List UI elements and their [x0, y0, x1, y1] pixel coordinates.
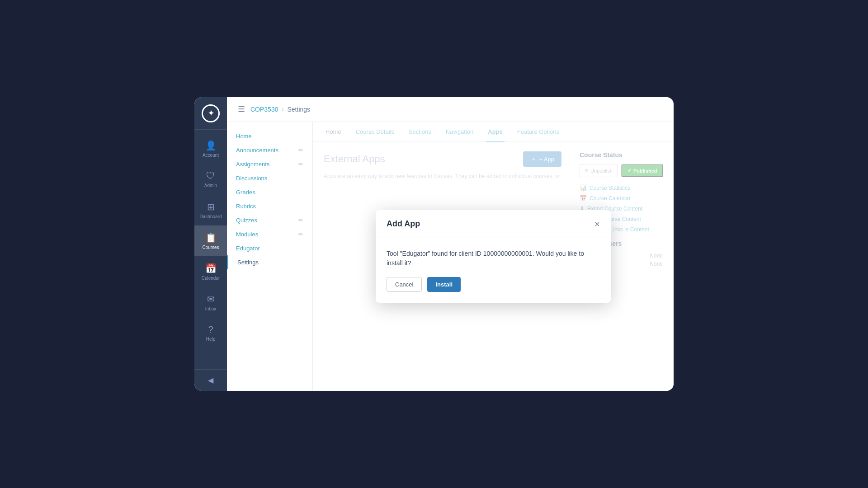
sidebar-item-help[interactable]: ? Help [194, 318, 227, 348]
left-nav: Home Announcements ✏ Assignments ✏ Discu… [227, 122, 313, 391]
left-nav-home[interactable]: Home [227, 129, 312, 143]
quizzes-edit-icon: ✏ [298, 217, 303, 224]
sidebar-label-help: Help [206, 337, 216, 342]
sidebar-item-admin[interactable]: 🛡 Admin [194, 164, 227, 195]
calendar-icon: 📅 [205, 263, 217, 274]
breadcrumb-separator: › [282, 106, 283, 113]
sidebar-item-dashboard[interactable]: ⊞ Dashboard [194, 195, 227, 225]
sidebar-nav: 👤 Account 🛡 Admin ⊞ Dashboard 📋 Courses … [194, 130, 227, 369]
add-app-dialog: Add App × Tool "Edugator" found for clie… [376, 210, 611, 303]
dashboard-icon: ⊞ [207, 202, 215, 212]
left-nav-home-label: Home [236, 133, 252, 140]
left-nav-discussions[interactable]: Discussions [227, 171, 312, 185]
sidebar-logo: ✦ [194, 97, 227, 130]
left-nav-quizzes[interactable]: Quizzes ✏ [227, 213, 312, 227]
dialog-title: Add App [387, 219, 420, 229]
left-nav-quizzes-label: Quizzes [236, 217, 257, 224]
dialog-body: Tool "Edugator" found for client ID 1000… [376, 238, 611, 303]
left-nav-announcements-label: Announcements [236, 147, 278, 154]
sidebar-collapse-button[interactable]: ◀ [194, 369, 227, 391]
left-nav-assignments[interactable]: Assignments ✏ [227, 157, 312, 171]
left-nav-settings-label: Settings [237, 259, 259, 266]
left-nav-settings[interactable]: Settings [227, 255, 312, 269]
sidebar-label-admin: Admin [204, 183, 217, 188]
sidebar-label-dashboard: Dashboard [200, 214, 222, 219]
left-nav-rubrics-label: Rubrics [236, 203, 256, 210]
left-nav-discussions-label: Discussions [236, 175, 267, 182]
topbar: ☰ COP3530 › Settings [227, 97, 674, 122]
collapse-icon: ◀ [208, 376, 213, 385]
account-icon: 👤 [205, 140, 217, 151]
left-nav-assignments-label: Assignments [236, 161, 269, 168]
content-area: ☰ COP3530 › Settings Home Announcements … [227, 97, 674, 391]
sidebar: ✦ 👤 Account 🛡 Admin ⊞ Dashboard 📋 Course… [194, 97, 227, 391]
modules-edit-icon: ✏ [298, 231, 303, 238]
sidebar-item-inbox[interactable]: ✉ Inbox [194, 287, 227, 318]
left-nav-edugator[interactable]: Edugator [227, 241, 312, 255]
admin-icon: 🛡 [206, 171, 215, 181]
sidebar-label-inbox: Inbox [205, 306, 216, 311]
sidebar-item-courses[interactable]: 📋 Courses [194, 225, 227, 256]
menu-icon[interactable]: ☰ [238, 104, 245, 114]
breadcrumb: COP3530 › Settings [250, 106, 310, 113]
breadcrumb-course-link[interactable]: COP3530 [250, 106, 278, 113]
install-button[interactable]: Install [427, 277, 461, 292]
dialog-header: Add App × [376, 210, 611, 238]
left-nav-rubrics[interactable]: Rubrics [227, 199, 312, 213]
sidebar-item-calendar[interactable]: 📅 Calendar [194, 256, 227, 287]
main-layout: Home Announcements ✏ Assignments ✏ Discu… [227, 122, 674, 391]
inbox-icon: ✉ [207, 294, 215, 305]
dialog-close-button[interactable]: × [594, 220, 600, 229]
courses-icon: 📋 [205, 232, 217, 243]
left-nav-grades-label: Grades [236, 189, 255, 196]
announcements-edit-icon: ✏ [298, 147, 303, 154]
cancel-button[interactable]: Cancel [387, 277, 422, 292]
left-nav-grades[interactable]: Grades [227, 185, 312, 199]
sidebar-item-account[interactable]: 👤 Account [194, 133, 227, 164]
page-content: Home Course Details Sections Navigation … [313, 122, 674, 391]
logo-icon: ✦ [202, 104, 220, 122]
left-nav-announcements[interactable]: Announcements ✏ [227, 143, 312, 157]
left-nav-modules[interactable]: Modules ✏ [227, 227, 312, 241]
sidebar-label-courses: Courses [202, 245, 219, 250]
dialog-actions: Cancel Install [387, 277, 600, 292]
sidebar-label-calendar: Calendar [202, 276, 220, 281]
dialog-backdrop: Add App × Tool "Edugator" found for clie… [313, 122, 674, 391]
dialog-message: Tool "Edugator" found for client ID 1000… [387, 249, 600, 268]
assignments-edit-icon: ✏ [298, 161, 303, 168]
sidebar-label-account: Account [203, 153, 219, 158]
left-nav-modules-label: Modules [236, 231, 258, 238]
help-icon: ? [208, 324, 213, 335]
main-window: ✦ 👤 Account 🛡 Admin ⊞ Dashboard 📋 Course… [194, 97, 674, 391]
breadcrumb-current: Settings [287, 106, 310, 113]
left-nav-edugator-label: Edugator [236, 245, 260, 252]
